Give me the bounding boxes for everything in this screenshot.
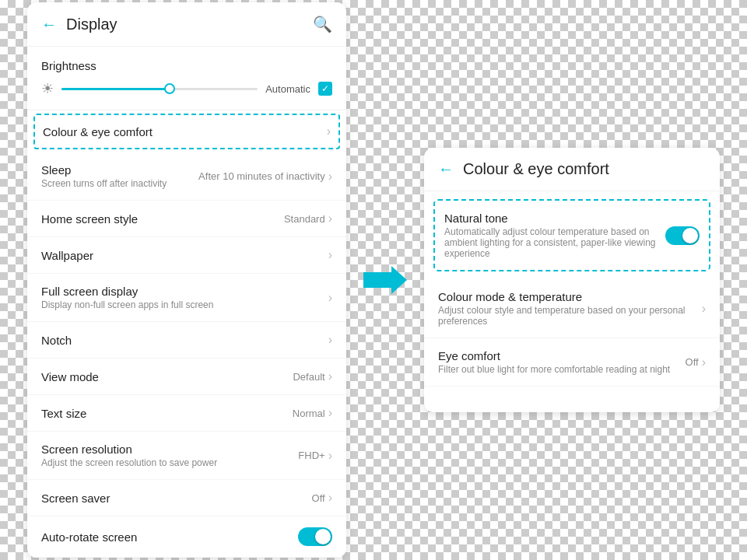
auto-rotate-toggle[interactable] (298, 527, 332, 546)
item-subtitle: Adjust the screen resolution to save pow… (41, 457, 298, 468)
item-title: Notch (41, 334, 328, 347)
item-left: Wallpaper (41, 249, 328, 262)
auto-checkbox[interactable]: ✓ (318, 82, 332, 96)
sidebar-item-wallpaper[interactable]: Wallpaper › (27, 237, 346, 274)
item-left: Home screen style (41, 212, 284, 226)
item-right: Off › (312, 491, 332, 505)
page-title: Colour & eye comfort (463, 160, 609, 178)
item-left: Screen resolution Adjust the screen reso… (41, 443, 298, 468)
item-left: Screen saver (41, 492, 312, 505)
item-left: Sleep Screen turns off after inactivity (41, 163, 198, 189)
sidebar-item-full-screen-display[interactable]: Full screen display Display non-full scr… (27, 274, 346, 322)
left-panel: ← Display 🔍 Brightness ☀ Automatic ✓ Col… (27, 2, 346, 558)
item-subtitle: Automatically adjust colour temperature … (444, 226, 656, 259)
chevron-right-icon: › (328, 369, 332, 383)
sidebar-item-notch[interactable]: Notch › (27, 322, 346, 359)
right-item-colour-mode-temperature[interactable]: Colour mode & temperature Adjust colour … (424, 279, 720, 338)
chevron-right-icon: › (328, 248, 332, 262)
item-title: Home screen style (41, 212, 284, 226)
chevron-right-icon: › (702, 355, 706, 369)
item-title: Screen resolution (41, 443, 298, 456)
auto-label: Automatic (265, 83, 310, 95)
item-value: After 10 minutes of inactivity (198, 170, 325, 182)
brightness-slider[interactable] (61, 88, 258, 90)
item-right: Default › (293, 369, 332, 383)
sidebar-item-text-size[interactable]: Text size Normal › (27, 395, 346, 432)
item-left: Colour mode & temperature Adjust colour … (438, 290, 702, 327)
brightness-icon: ☀ (41, 80, 54, 97)
item-right: Off › (686, 355, 706, 369)
chevron-right-icon: › (328, 333, 332, 347)
brightness-label: Brightness (41, 59, 332, 72)
chevron-right-icon: › (328, 491, 332, 505)
right-panel: ← Colour & eye comfort Natural tone Auto… (424, 148, 720, 412)
sidebar-item-screen-resolution[interactable]: Screen resolution Adjust the screen reso… (27, 432, 346, 480)
page-title: Display (66, 16, 117, 33)
search-icon[interactable]: 🔍 (313, 15, 332, 33)
brightness-row: ☀ Automatic ✓ (41, 80, 332, 97)
sidebar-item-home-screen-style[interactable]: Home screen style Standard › (27, 201, 346, 237)
header-left: ← Display (41, 16, 117, 33)
item-subtitle: Adjust colour style and temperature base… (438, 305, 702, 327)
item-right: Normal › (293, 406, 332, 420)
chevron-right-icon: › (328, 212, 332, 226)
item-title: Sleep (41, 163, 198, 177)
sidebar-item-sleep[interactable]: Sleep Screen turns off after inactivity … (27, 152, 346, 201)
item-title: Natural tone (444, 212, 656, 225)
navigation-arrow (362, 266, 409, 294)
natural-tone-toggle[interactable] (665, 226, 700, 245)
chevron-right-icon: › (328, 291, 332, 305)
slider-thumb (164, 83, 175, 94)
toggle-thumb (682, 228, 698, 243)
right-item-eye-comfort[interactable]: Eye comfort Filter out blue light for mo… (424, 338, 720, 387)
item-value: Standard (284, 213, 325, 225)
item-title: View mode (41, 370, 293, 383)
right-header: ← Colour & eye comfort (424, 148, 720, 191)
chevron-right-icon: › (328, 170, 332, 184)
item-left: View mode (41, 370, 293, 383)
chevron-right-icon: › (328, 406, 332, 420)
item-subtitle: Screen turns off after inactivity (41, 178, 198, 189)
slider-fill (61, 88, 170, 90)
back-icon[interactable]: ← (41, 16, 57, 33)
item-value: Normal (293, 408, 325, 419)
item-value: FHD+ (298, 450, 324, 461)
item-right: After 10 minutes of inactivity › (198, 170, 332, 184)
item-title: Full screen display (41, 285, 328, 298)
item-value: Off (686, 356, 699, 368)
right-item-natural-tone[interactable]: Natural tone Automatically adjust colour… (433, 199, 710, 271)
item-left: Full screen display Display non-full scr… (41, 285, 328, 310)
item-value: Off (312, 492, 325, 504)
item-subtitle: Display non-full screen apps in full scr… (41, 299, 328, 310)
item-right: FHD+ › (298, 449, 332, 463)
chevron-right-icon: › (327, 124, 331, 138)
item-title: Screen saver (41, 492, 312, 505)
back-icon[interactable]: ← (438, 160, 454, 178)
chevron-right-icon: › (702, 302, 706, 316)
item-title: Auto-rotate screen (41, 530, 298, 544)
item-left: Natural tone Automatically adjust colour… (444, 212, 656, 259)
sidebar-item-view-mode[interactable]: View mode Default › (27, 359, 346, 395)
item-value: Default (293, 371, 324, 383)
item-left: Eye comfort Filter out blue light for mo… (438, 349, 686, 375)
svg-marker-0 (363, 266, 407, 294)
item-subtitle: Filter out blue light for more comfortab… (438, 364, 686, 375)
item-title: Colour & eye comfort (43, 125, 327, 138)
item-left: Notch (41, 334, 328, 347)
item-title: Eye comfort (438, 349, 686, 362)
toggle-thumb (315, 529, 331, 544)
sidebar-item-auto-rotate[interactable]: Auto-rotate screen (27, 516, 346, 558)
item-right: Standard › (284, 212, 332, 226)
item-left: Text size (41, 407, 293, 420)
sidebar-item-colour-eye-comfort[interactable]: Colour & eye comfort › (33, 114, 340, 149)
item-title: Colour mode & temperature (438, 290, 702, 303)
item-left: Colour & eye comfort (43, 125, 327, 138)
item-title: Wallpaper (41, 249, 328, 262)
item-title: Text size (41, 407, 293, 420)
chevron-right-icon: › (328, 449, 332, 463)
sidebar-item-screen-saver[interactable]: Screen saver Off › (27, 480, 346, 516)
brightness-section: Brightness ☀ Automatic ✓ (27, 47, 346, 110)
item-left: Auto-rotate screen (41, 530, 298, 544)
display-header: ← Display 🔍 (27, 2, 346, 47)
